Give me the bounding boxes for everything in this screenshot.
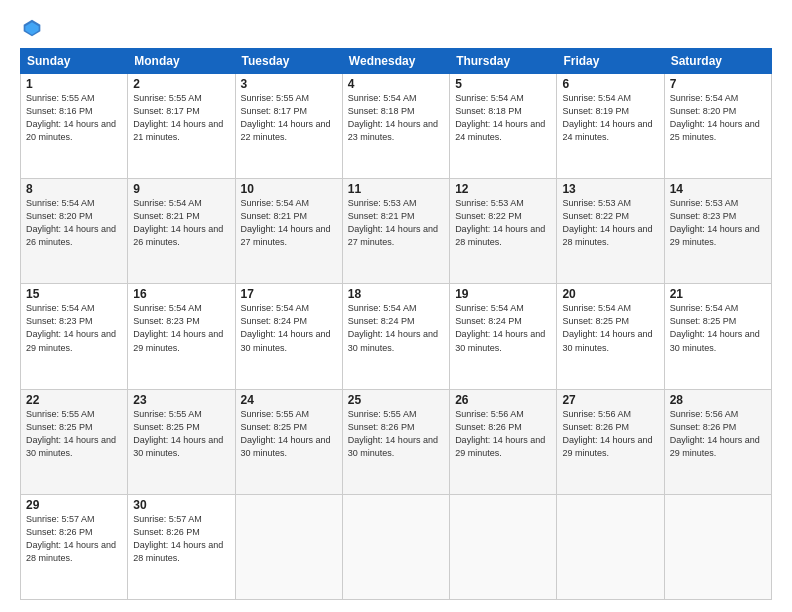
calendar-cell: 5 Sunrise: 5:54 AMSunset: 8:18 PMDayligh…: [450, 74, 557, 179]
day-info: Sunrise: 5:54 AMSunset: 8:18 PMDaylight:…: [348, 93, 438, 142]
calendar-cell: [664, 494, 771, 599]
day-number: 30: [133, 498, 229, 512]
day-number: 14: [670, 182, 766, 196]
day-info: Sunrise: 5:53 AMSunset: 8:22 PMDaylight:…: [455, 198, 545, 247]
calendar-cell: 12 Sunrise: 5:53 AMSunset: 8:22 PMDaylig…: [450, 179, 557, 284]
day-info: Sunrise: 5:54 AMSunset: 8:21 PMDaylight:…: [133, 198, 223, 247]
day-number: 12: [455, 182, 551, 196]
day-number: 20: [562, 287, 658, 301]
day-number: 9: [133, 182, 229, 196]
calendar-cell: 23 Sunrise: 5:55 AMSunset: 8:25 PMDaylig…: [128, 389, 235, 494]
day-info: Sunrise: 5:53 AMSunset: 8:23 PMDaylight:…: [670, 198, 760, 247]
day-number: 25: [348, 393, 444, 407]
day-number: 3: [241, 77, 337, 91]
day-number: 28: [670, 393, 766, 407]
day-number: 8: [26, 182, 122, 196]
header-monday: Monday: [128, 49, 235, 74]
week-row-4: 22 Sunrise: 5:55 AMSunset: 8:25 PMDaylig…: [21, 389, 772, 494]
calendar-cell: 19 Sunrise: 5:54 AMSunset: 8:24 PMDaylig…: [450, 284, 557, 389]
day-number: 5: [455, 77, 551, 91]
day-info: Sunrise: 5:53 AMSunset: 8:22 PMDaylight:…: [562, 198, 652, 247]
calendar-cell: 26 Sunrise: 5:56 AMSunset: 8:26 PMDaylig…: [450, 389, 557, 494]
calendar-cell: 15 Sunrise: 5:54 AMSunset: 8:23 PMDaylig…: [21, 284, 128, 389]
logo: [20, 18, 42, 38]
calendar-cell: 21 Sunrise: 5:54 AMSunset: 8:25 PMDaylig…: [664, 284, 771, 389]
day-info: Sunrise: 5:54 AMSunset: 8:20 PMDaylight:…: [26, 198, 116, 247]
calendar-cell: 14 Sunrise: 5:53 AMSunset: 8:23 PMDaylig…: [664, 179, 771, 284]
header-friday: Friday: [557, 49, 664, 74]
calendar-cell: 7 Sunrise: 5:54 AMSunset: 8:20 PMDayligh…: [664, 74, 771, 179]
calendar-cell: 22 Sunrise: 5:55 AMSunset: 8:25 PMDaylig…: [21, 389, 128, 494]
header-saturday: Saturday: [664, 49, 771, 74]
calendar-cell: 10 Sunrise: 5:54 AMSunset: 8:21 PMDaylig…: [235, 179, 342, 284]
day-info: Sunrise: 5:54 AMSunset: 8:18 PMDaylight:…: [455, 93, 545, 142]
calendar-cell: 13 Sunrise: 5:53 AMSunset: 8:22 PMDaylig…: [557, 179, 664, 284]
day-number: 26: [455, 393, 551, 407]
day-info: Sunrise: 5:54 AMSunset: 8:20 PMDaylight:…: [670, 93, 760, 142]
calendar-cell: 27 Sunrise: 5:56 AMSunset: 8:26 PMDaylig…: [557, 389, 664, 494]
calendar-cell: 17 Sunrise: 5:54 AMSunset: 8:24 PMDaylig…: [235, 284, 342, 389]
day-number: 13: [562, 182, 658, 196]
calendar-cell: 1 Sunrise: 5:55 AMSunset: 8:16 PMDayligh…: [21, 74, 128, 179]
day-info: Sunrise: 5:54 AMSunset: 8:24 PMDaylight:…: [241, 303, 331, 352]
day-number: 6: [562, 77, 658, 91]
day-number: 1: [26, 77, 122, 91]
calendar-cell: 30 Sunrise: 5:57 AMSunset: 8:26 PMDaylig…: [128, 494, 235, 599]
calendar-cell: 18 Sunrise: 5:54 AMSunset: 8:24 PMDaylig…: [342, 284, 449, 389]
day-info: Sunrise: 5:55 AMSunset: 8:16 PMDaylight:…: [26, 93, 116, 142]
calendar-cell: 11 Sunrise: 5:53 AMSunset: 8:21 PMDaylig…: [342, 179, 449, 284]
header-sunday: Sunday: [21, 49, 128, 74]
calendar-cell: [235, 494, 342, 599]
day-number: 19: [455, 287, 551, 301]
day-info: Sunrise: 5:55 AMSunset: 8:17 PMDaylight:…: [133, 93, 223, 142]
page: SundayMondayTuesdayWednesdayThursdayFrid…: [0, 0, 792, 612]
day-number: 24: [241, 393, 337, 407]
header-tuesday: Tuesday: [235, 49, 342, 74]
header-thursday: Thursday: [450, 49, 557, 74]
day-info: Sunrise: 5:53 AMSunset: 8:21 PMDaylight:…: [348, 198, 438, 247]
day-info: Sunrise: 5:54 AMSunset: 8:23 PMDaylight:…: [26, 303, 116, 352]
day-number: 18: [348, 287, 444, 301]
week-row-5: 29 Sunrise: 5:57 AMSunset: 8:26 PMDaylig…: [21, 494, 772, 599]
day-number: 2: [133, 77, 229, 91]
day-info: Sunrise: 5:57 AMSunset: 8:26 PMDaylight:…: [26, 514, 116, 563]
day-number: 22: [26, 393, 122, 407]
day-info: Sunrise: 5:55 AMSunset: 8:25 PMDaylight:…: [133, 409, 223, 458]
day-info: Sunrise: 5:54 AMSunset: 8:25 PMDaylight:…: [670, 303, 760, 352]
day-number: 15: [26, 287, 122, 301]
day-info: Sunrise: 5:56 AMSunset: 8:26 PMDaylight:…: [455, 409, 545, 458]
day-info: Sunrise: 5:54 AMSunset: 8:21 PMDaylight:…: [241, 198, 331, 247]
header: [20, 18, 772, 38]
day-number: 23: [133, 393, 229, 407]
day-info: Sunrise: 5:55 AMSunset: 8:25 PMDaylight:…: [241, 409, 331, 458]
day-info: Sunrise: 5:56 AMSunset: 8:26 PMDaylight:…: [562, 409, 652, 458]
day-number: 17: [241, 287, 337, 301]
day-number: 29: [26, 498, 122, 512]
header-row: SundayMondayTuesdayWednesdayThursdayFrid…: [21, 49, 772, 74]
day-number: 16: [133, 287, 229, 301]
calendar-cell: 25 Sunrise: 5:55 AMSunset: 8:26 PMDaylig…: [342, 389, 449, 494]
calendar-cell: 6 Sunrise: 5:54 AMSunset: 8:19 PMDayligh…: [557, 74, 664, 179]
calendar-cell: 20 Sunrise: 5:54 AMSunset: 8:25 PMDaylig…: [557, 284, 664, 389]
day-number: 27: [562, 393, 658, 407]
calendar-cell: 8 Sunrise: 5:54 AMSunset: 8:20 PMDayligh…: [21, 179, 128, 284]
logo-icon: [22, 18, 42, 38]
day-info: Sunrise: 5:54 AMSunset: 8:23 PMDaylight:…: [133, 303, 223, 352]
calendar-cell: 2 Sunrise: 5:55 AMSunset: 8:17 PMDayligh…: [128, 74, 235, 179]
day-number: 4: [348, 77, 444, 91]
calendar-cell: 4 Sunrise: 5:54 AMSunset: 8:18 PMDayligh…: [342, 74, 449, 179]
day-info: Sunrise: 5:57 AMSunset: 8:26 PMDaylight:…: [133, 514, 223, 563]
day-info: Sunrise: 5:54 AMSunset: 8:25 PMDaylight:…: [562, 303, 652, 352]
day-number: 11: [348, 182, 444, 196]
calendar-cell: [557, 494, 664, 599]
day-info: Sunrise: 5:55 AMSunset: 8:25 PMDaylight:…: [26, 409, 116, 458]
header-wednesday: Wednesday: [342, 49, 449, 74]
calendar-table: SundayMondayTuesdayWednesdayThursdayFrid…: [20, 48, 772, 600]
day-info: Sunrise: 5:54 AMSunset: 8:24 PMDaylight:…: [348, 303, 438, 352]
week-row-1: 1 Sunrise: 5:55 AMSunset: 8:16 PMDayligh…: [21, 74, 772, 179]
day-info: Sunrise: 5:56 AMSunset: 8:26 PMDaylight:…: [670, 409, 760, 458]
day-number: 7: [670, 77, 766, 91]
week-row-2: 8 Sunrise: 5:54 AMSunset: 8:20 PMDayligh…: [21, 179, 772, 284]
calendar-cell: 3 Sunrise: 5:55 AMSunset: 8:17 PMDayligh…: [235, 74, 342, 179]
calendar-cell: 24 Sunrise: 5:55 AMSunset: 8:25 PMDaylig…: [235, 389, 342, 494]
